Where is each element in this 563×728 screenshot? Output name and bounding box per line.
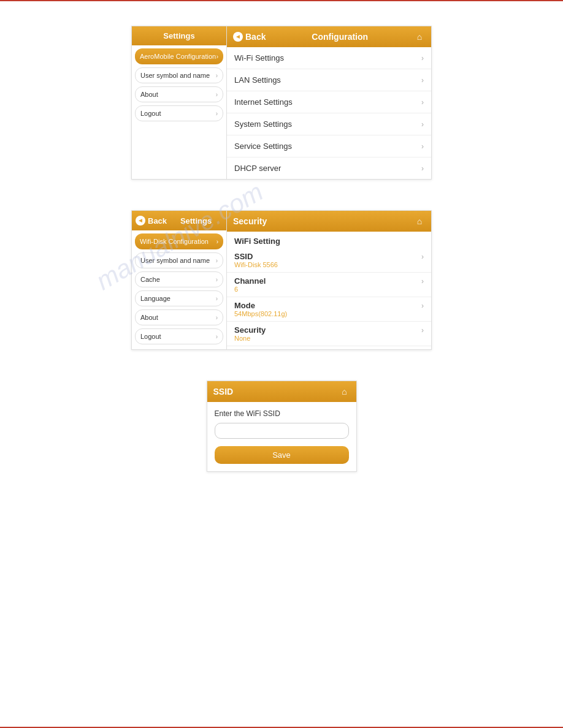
chevron-right-icon: › (421, 142, 424, 151)
chevron-right-icon: › (216, 314, 218, 321)
wifi-row-ssid-label: SSID (234, 252, 253, 261)
sidebar-item-logout-2[interactable]: Logout › (135, 328, 223, 344)
chevron-right-icon: › (216, 257, 218, 264)
row-wifi-settings[interactable]: Wi-Fi Settings › (227, 47, 431, 69)
wifi-row-security-label: Security (234, 325, 266, 335)
chevron-right-icon: › (421, 98, 424, 107)
wifi-row-channel[interactable]: Channel › 6 (227, 273, 431, 297)
row-service-settings-label: Service Settings (234, 142, 292, 151)
chevron-right-icon: › (216, 53, 218, 60)
back-label-sidebar-2: Back (148, 216, 167, 226)
content-2-title: Security (233, 216, 267, 226)
sidebar-item-user-symbol-label: User symbol and name (140, 72, 210, 79)
wifi-row-mode-label: Mode (234, 301, 255, 310)
wifi-row-ssid-header: SSID › (234, 252, 424, 261)
row-wifi-settings-label: Wi-Fi Settings (234, 53, 284, 63)
content-1-title: Configuration (312, 32, 368, 42)
content-2: Security ⌂ WiFi Setting SSID › Wifi-Disk… (227, 211, 431, 349)
chevron-right-icon: › (421, 277, 424, 286)
wifi-row-channel-label: Channel (234, 276, 266, 286)
sidebar-1: Settings AeroMobile Configuration › User… (132, 26, 227, 179)
row-service-settings[interactable]: Service Settings › (227, 135, 431, 157)
sidebar-item-logout-label: Logout (140, 110, 161, 117)
chevron-right-icon: › (421, 326, 424, 335)
sidebar-1-header: Settings (132, 26, 226, 45)
sidebar-item-aeromobile-label: AeroMobile Configuration (140, 53, 216, 60)
wifi-row-security-value: None (234, 335, 424, 342)
wifi-row-channel-value: 6 (234, 286, 424, 293)
sidebar-item-user-symbol-2[interactable]: User symbol and name › (135, 252, 223, 268)
panel-ssid: SSID ⌂ Enter the WiFi SSID Save (207, 381, 357, 472)
chevron-right-icon: › (216, 276, 218, 283)
sidebar-item-logout[interactable]: Logout › (135, 105, 223, 121)
sidebar-item-about-2[interactable]: About › (135, 309, 223, 325)
sidebar-item-about-2-label: About (140, 314, 158, 321)
chevron-right-icon: › (216, 91, 218, 98)
sidebar-item-user-symbol-2-label: User symbol and name (140, 257, 210, 264)
sidebar-item-cache[interactable]: Cache › (135, 271, 223, 287)
chevron-right-icon: › (421, 76, 424, 85)
chevron-right-icon: › (421, 164, 424, 173)
wifi-row-mode-value: 54Mbps(802.11g) (234, 310, 424, 317)
wifi-row-channel-header: Channel › (234, 276, 424, 286)
wifi-row-security[interactable]: Security › None (227, 322, 431, 346)
chevron-right-icon: › (421, 54, 424, 63)
sidebar-item-about-label: About (140, 91, 158, 98)
sidebar-item-user-symbol[interactable]: User symbol and name › (135, 67, 223, 83)
row-lan-settings[interactable]: LAN Settings › (227, 69, 431, 91)
content-1: ◄ Back Configuration ⌂ Wi-Fi Settings › … (227, 26, 431, 179)
chevron-right-icon: › (216, 333, 218, 340)
sidebar-item-aeromobile[interactable]: AeroMobile Configuration › (135, 48, 223, 64)
row-system-settings-label: System Settings (234, 119, 292, 129)
back-circle-icon-2: ◄ (136, 216, 145, 226)
chevron-right-icon: › (421, 252, 424, 261)
back-button-1[interactable]: ◄ Back (233, 32, 266, 42)
wifi-section-title: WiFi Setting (227, 232, 431, 248)
chevron-right-icon: › (421, 120, 424, 129)
sidebar-item-logout-2-label: Logout (140, 333, 161, 340)
sidebar-2: ◄ Back Settings Wifi-Disk Configuration … (132, 211, 227, 349)
ssid-input[interactable] (215, 423, 349, 439)
sidebar-item-about[interactable]: About › (135, 86, 223, 102)
chevron-right-icon: › (216, 72, 218, 79)
ssid-input-label: Enter the WiFi SSID (215, 409, 349, 418)
chevron-right-icon: › (216, 110, 218, 117)
sidebar-item-language[interactable]: Language › (135, 290, 223, 306)
home-icon-2[interactable]: ⌂ (414, 216, 425, 227)
sidebar-2-header: ◄ Back Settings (132, 211, 226, 230)
sidebar-item-cache-label: Cache (140, 276, 160, 283)
ssid-body: Enter the WiFi SSID Save (207, 402, 356, 471)
home-icon[interactable]: ⌂ (414, 31, 425, 42)
sidebar-item-wifidisk[interactable]: Wifi-Disk Configuration › (135, 233, 223, 249)
chevron-right-icon: › (216, 238, 218, 245)
wifi-row-ssid-value: Wifi-Disk 5566 (234, 261, 424, 268)
row-system-settings[interactable]: System Settings › (227, 113, 431, 135)
sidebar-item-wifidisk-label: Wifi-Disk Configuration (140, 238, 209, 245)
row-internet-settings-label: Internet Settings (234, 97, 293, 107)
panel-1: Settings AeroMobile Configuration › User… (131, 26, 432, 180)
wifi-row-security-header: Security › (234, 325, 424, 335)
save-button[interactable]: Save (215, 446, 349, 464)
sidebar-item-language-label: Language (140, 295, 170, 302)
row-dhcp-server-label: DHCP server (234, 164, 281, 173)
chevron-right-icon: › (216, 295, 218, 302)
wifi-row-ssid[interactable]: SSID › Wifi-Disk 5566 (227, 248, 431, 273)
home-icon-3[interactable]: ⌂ (339, 386, 350, 397)
back-circle-icon: ◄ (233, 32, 243, 42)
row-dhcp-server[interactable]: DHCP server › (227, 157, 431, 179)
back-label-1: Back (245, 32, 266, 42)
sidebar-2-title: Settings (169, 216, 223, 226)
ssid-header: SSID ⌂ (207, 381, 356, 402)
row-lan-settings-label: LAN Settings (234, 75, 281, 85)
wifi-row-mode[interactable]: Mode › 54Mbps(802.11g) (227, 297, 431, 322)
ssid-title: SSID (213, 387, 234, 396)
wifi-row-mode-header: Mode › (234, 301, 424, 310)
content-1-header: ◄ Back Configuration ⌂ (227, 26, 431, 47)
content-2-header: Security ⌂ (227, 211, 431, 232)
panel-2: ◄ Back Settings Wifi-Disk Configuration … (131, 210, 432, 350)
row-internet-settings[interactable]: Internet Settings › (227, 91, 431, 113)
chevron-right-icon: › (421, 301, 424, 310)
